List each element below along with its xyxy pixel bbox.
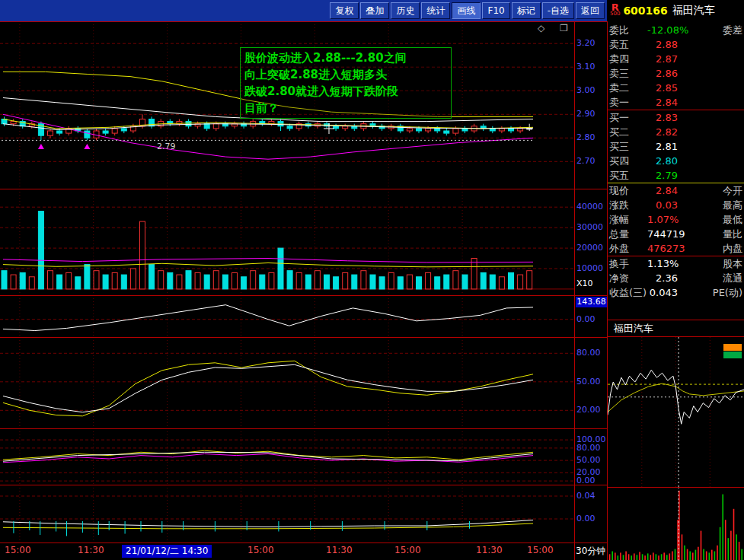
bid-row: 买三2.81 <box>608 139 744 154</box>
indicator2-chart[interactable] <box>0 337 574 428</box>
toolbar-button-2[interactable]: 历史 <box>391 2 420 19</box>
mini-chart-badge <box>723 344 742 359</box>
axis-label: 2.80 <box>576 132 607 142</box>
volume-chart[interactable] <box>0 189 574 295</box>
toolbar-button-6[interactable]: 标记 <box>512 2 541 19</box>
axis-label: 0.00 <box>576 514 607 523</box>
stat-row: 换手1.13%股本 <box>608 256 744 271</box>
toolbar-button-8[interactable]: 返回 <box>576 2 605 19</box>
indicator4-chart[interactable] <box>0 485 574 542</box>
ask-row: 卖五2.88 <box>608 37 744 52</box>
toolbar-button-0[interactable]: 复权 <box>330 2 359 19</box>
time-label: 21/01/12/二 14:30 <box>122 545 212 558</box>
stat-row: 收益(三)0.043PE(动) <box>608 285 744 300</box>
stat-row: 现价2.84今开 <box>608 183 744 198</box>
ask-row: 卖一2.84 <box>608 95 744 110</box>
indicator3-chart[interactable] <box>0 428 574 485</box>
axis-label: 2.90 <box>576 109 607 119</box>
diamond-tool-icon[interactable]: ◇ <box>538 23 551 33</box>
axis-label: 0.04 <box>576 491 607 501</box>
svg-text:2.79: 2.79 <box>157 142 176 151</box>
ask-row: 卖三2.86 <box>608 66 744 81</box>
axis-label: 3.00 <box>576 85 607 95</box>
axis-label: 3.10 <box>576 62 607 72</box>
ask-row: 卖四2.87 <box>608 52 744 66</box>
annotation-line: 跌破2.80就进入短期下跌阶段 <box>244 83 447 100</box>
time-label: 15:00 <box>394 545 421 555</box>
time-label: 15:00 <box>527 545 554 555</box>
axis-label: 50.00 <box>576 455 607 465</box>
bid-row: 买四2.80 <box>608 154 744 168</box>
ask-row: 卖二2.85 <box>608 81 744 95</box>
axis-label: 50.00 <box>576 377 607 387</box>
quote-panel: 委比-12.08%委差卖五2.88卖四2.87卖三2.86卖二2.85卖一2.8… <box>608 23 744 300</box>
stat-row: 净资2.36流通 <box>608 271 744 285</box>
bid-row: 买五2.79 <box>608 168 744 183</box>
axis-label: 40000 <box>576 202 607 212</box>
top-toolbar: 复权叠加历史统计画线F10标记-自选返回 <box>0 0 607 21</box>
time-label: 11:30 <box>476 545 503 555</box>
stock-code: 600166 <box>623 5 667 17</box>
stat-row: 涨跌0.03最高 <box>608 198 744 212</box>
time-label: 11:30 <box>326 545 353 555</box>
time-label: 15:00 <box>5 545 31 555</box>
axis-label: 20.00 <box>576 405 607 415</box>
annotation-line: 股价波动进入2.88---2.80之间 <box>244 49 447 66</box>
toolbar-buttons: 复权叠加历史统计画线F10标记-自选返回 <box>329 2 605 19</box>
axis-label: 20000 <box>576 243 607 253</box>
annotation-line: 向上突破2.88进入短期多头 <box>244 66 447 83</box>
toolbar-button-7[interactable]: -自选 <box>542 2 574 19</box>
time-axis: 15:0011:3021/01/12/二 14:3015:0011:3015:0… <box>0 543 607 560</box>
annotation-box: 股价波动进入2.88---2.80之间向上突破2.88进入短期多头跌破2.80就… <box>240 47 452 119</box>
toolbar-button-1[interactable]: 叠加 <box>360 2 389 19</box>
bid-row: 买一2.83 <box>608 110 744 125</box>
time-label: 15:00 <box>247 545 274 555</box>
axis-label: 30000 <box>576 222 607 232</box>
mini-chart-title[interactable]: 福田汽车 <box>608 322 744 336</box>
app-root: 复权叠加历史统计画线F10标记-自选返回 R 500 600166 福田汽车 2… <box>0 0 744 560</box>
stat-row: 外盘476273内盘 <box>608 241 744 256</box>
bid-row: 买二2.82 <box>608 125 744 139</box>
indicator1-chart[interactable] <box>0 295 574 337</box>
toolbar-button-4[interactable]: 画线 <box>452 2 481 19</box>
chart-corner-tools: ◇ ❐ <box>538 23 574 33</box>
axis-label: 80.00 <box>576 348 607 358</box>
axis-label: 3.20 <box>576 38 607 48</box>
stock-name: 福田汽车 <box>672 4 715 18</box>
intraday-volume-chart[interactable] <box>608 487 744 560</box>
axis-label: 2.70 <box>576 156 607 166</box>
axis-label: 10000 <box>576 263 607 273</box>
stat-row: 涨幅1.07%最低 <box>608 212 744 227</box>
stock-header: R 500 600166 福田汽车 <box>607 0 744 21</box>
weibi-row: 委比-12.08%委差 <box>608 23 744 37</box>
margin-r-icon: R 500 <box>610 4 620 18</box>
toolbar-button-3[interactable]: 统计 <box>421 2 450 19</box>
period-label: 30分钟 <box>576 545 605 558</box>
axis-label: 80.00 <box>576 443 607 453</box>
axis-label: X10 <box>576 278 607 288</box>
intraday-price-chart[interactable] <box>608 337 744 487</box>
toolbar-button-5[interactable]: F10 <box>482 2 509 19</box>
annotation-line: 目前？ <box>244 100 447 116</box>
time-label: 11:30 <box>78 545 104 555</box>
indicator1-value-badge: 143.68 <box>576 297 607 307</box>
window-icon[interactable]: ❐ <box>560 23 574 33</box>
axis-label: 0.00 <box>576 314 607 324</box>
stat-row: 总量744719量比 <box>608 227 744 241</box>
